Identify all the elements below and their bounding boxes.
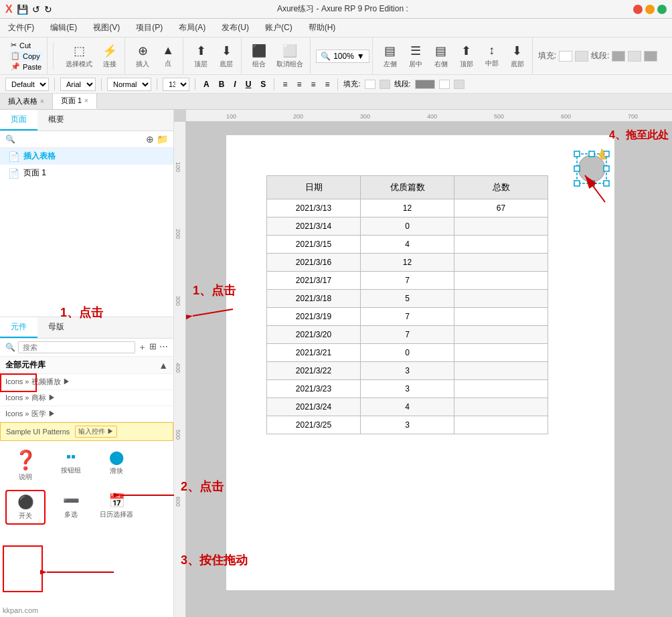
- comp-switch[interactable]: ⚫ 开关: [5, 490, 46, 525]
- undo-icon[interactable]: ↺: [32, 4, 40, 15]
- table-cell-9-0: 2021/3/22: [267, 362, 361, 380]
- zoom-control[interactable]: 🔍 100% ▼: [316, 50, 369, 63]
- page-item-page1[interactable]: 📄 页面 1: [0, 165, 173, 181]
- underline-button[interactable]: U: [243, 79, 254, 90]
- tab-page1[interactable]: 页面 1 ×: [53, 94, 97, 109]
- more-widget-icon[interactable]: ⋯: [159, 341, 168, 353]
- select-mode-button[interactable]: ⬚ 选择模式: [62, 41, 96, 72]
- table-row: 2021/3/210: [267, 344, 548, 362]
- category-medical-icons[interactable]: Icons » 医学 ▶: [0, 406, 173, 422]
- pages-tab[interactable]: 页面: [0, 110, 37, 130]
- align-center-button[interactable]: ☰ 居中: [404, 41, 428, 72]
- bottom-layer-button[interactable]: ⬇ 底层: [214, 41, 238, 72]
- size-select[interactable]: 13: [163, 78, 189, 91]
- style-select[interactable]: Default: [5, 78, 49, 91]
- pages-search-input[interactable]: [18, 135, 143, 143]
- window-buttons[interactable]: [633, 5, 667, 14]
- align-right-icon: ▤: [435, 43, 446, 58]
- line-end-color2[interactable]: [454, 80, 465, 89]
- align-text-left[interactable]: ≡: [280, 79, 290, 90]
- maximize-button[interactable]: [657, 5, 667, 14]
- folder-widget-icon[interactable]: ⊞: [149, 341, 157, 353]
- font-select[interactable]: Arial: [60, 78, 96, 91]
- align-top-button[interactable]: ⬆ 顶部: [454, 41, 479, 72]
- align-middle-button[interactable]: ↕ 中部: [480, 41, 504, 72]
- comp-slider[interactable]: ⬤ 滑块: [96, 446, 137, 484]
- ungroup-icon: ⬜: [282, 43, 297, 58]
- step2-label: 2、点击: [181, 478, 224, 495]
- menu-account[interactable]: 账户(C): [262, 21, 295, 35]
- redo-icon[interactable]: ↻: [44, 4, 52, 15]
- point-button[interactable]: ▲ 点: [156, 41, 180, 72]
- tab-insert-table-close[interactable]: ×: [40, 98, 44, 105]
- line-width-color[interactable]: [415, 80, 435, 89]
- align-text-right[interactable]: ≡: [308, 79, 318, 90]
- library-arrow[interactable]: ▲: [159, 360, 168, 371]
- comp-explain[interactable]: ❓ 说明: [5, 446, 46, 484]
- align-text-justify[interactable]: ≡: [322, 79, 332, 90]
- fmt-sep4: [195, 78, 195, 90]
- close-button[interactable]: [633, 5, 643, 14]
- category-sample-ui[interactable]: Sample UI Patterns 输入控件 ▶: [0, 422, 173, 441]
- minimize-button[interactable]: [645, 5, 655, 14]
- comp-multiselect[interactable]: ➖ 多选: [51, 490, 91, 525]
- menu-view[interactable]: 视图(V): [90, 21, 122, 35]
- line-color2[interactable]: [628, 51, 641, 62]
- widgets-tab[interactable]: 元件: [0, 317, 37, 338]
- top-layer-button[interactable]: ⬆ 顶层: [189, 41, 213, 72]
- window-controls[interactable]: X 💾 ↺ ↻: [5, 3, 52, 15]
- align-right-button[interactable]: ▤ 右侧: [429, 41, 453, 72]
- fmt-sep1: [54, 78, 55, 90]
- comp-search-input[interactable]: [18, 341, 135, 353]
- add-page-icon[interactable]: ⊕: [146, 134, 154, 145]
- tab-insert-table[interactable]: 插入表格 ×: [0, 94, 53, 109]
- cut-icon: ✂: [11, 41, 17, 50]
- menu-edit[interactable]: 编辑(E): [48, 21, 80, 35]
- table-cell-6-0: 2021/3/19: [267, 308, 361, 326]
- category-brand-icons[interactable]: Icons » 商标 ▶: [0, 390, 173, 406]
- connect-button[interactable]: ⚡ 连接: [98, 41, 122, 72]
- text-fill-color[interactable]: [365, 80, 375, 89]
- align-left-button[interactable]: ▤ 左侧: [378, 41, 402, 72]
- paste-button[interactable]: 📌 Paste: [9, 62, 43, 72]
- cut-button[interactable]: ✂ Cut: [9, 40, 43, 50]
- line-color1[interactable]: [612, 51, 625, 62]
- align-top-label: 顶部: [460, 60, 473, 69]
- category-input-controls-tag[interactable]: 输入控件 ▶: [75, 426, 117, 438]
- comp-search-icon: 🔍: [5, 343, 15, 352]
- group-button[interactable]: ⬛ 组合: [247, 41, 271, 72]
- bold-btn2[interactable]: B: [216, 79, 228, 90]
- folder-icon[interactable]: 📁: [157, 134, 168, 145]
- menu-help[interactable]: 帮助(H): [306, 21, 339, 35]
- connect-label: 连接: [103, 60, 116, 69]
- table-cell-1-1: 0: [361, 217, 454, 236]
- line-color3[interactable]: [644, 51, 657, 62]
- insert-button[interactable]: ⊕ 插入: [131, 41, 155, 72]
- align-bottom-button[interactable]: ⬇ 底部: [505, 41, 529, 72]
- outline-tab[interactable]: 概要: [37, 110, 75, 130]
- align-text-center[interactable]: ≡: [294, 79, 304, 90]
- category-video-icons[interactable]: Icons » 视频播放 ▶: [0, 374, 173, 390]
- fill-color1[interactable]: [559, 51, 572, 62]
- ungroup-button[interactable]: ⬜ 取消组合: [272, 41, 307, 72]
- canvas-area[interactable]: 100 200 300 400 500 600 700 100 200 300 …: [174, 110, 672, 617]
- menu-project[interactable]: 项目(P): [133, 21, 165, 35]
- weight-select[interactable]: Normal: [107, 78, 151, 91]
- fill-color2[interactable]: [575, 51, 588, 62]
- strikethrough-button[interactable]: S: [258, 79, 268, 90]
- page-item-insert-table[interactable]: 📄 插入表格: [0, 148, 173, 165]
- text-fill-color2[interactable]: [380, 80, 390, 89]
- comp-buttongroup[interactable]: ▪▪ 按钮组: [51, 446, 91, 484]
- bold-button[interactable]: A: [201, 79, 212, 90]
- line-end-color[interactable]: [439, 80, 450, 89]
- menu-publish[interactable]: 发布(U): [219, 21, 252, 35]
- save-icon[interactable]: 💾: [17, 4, 28, 15]
- italic-button[interactable]: I: [231, 79, 238, 90]
- menu-file[interactable]: 文件(F): [5, 21, 37, 35]
- step1-arrow: [186, 302, 240, 329]
- canvas[interactable]: 日期 优质篇数 总数 2021/3/1312672021/3/1402021/3…: [186, 122, 672, 617]
- copy-button[interactable]: 📋 Copy: [9, 51, 43, 61]
- add-widget-icon[interactable]: ＋: [138, 341, 147, 353]
- tab-page1-close[interactable]: ×: [84, 97, 88, 104]
- menu-layout[interactable]: 布局(A): [176, 21, 208, 35]
